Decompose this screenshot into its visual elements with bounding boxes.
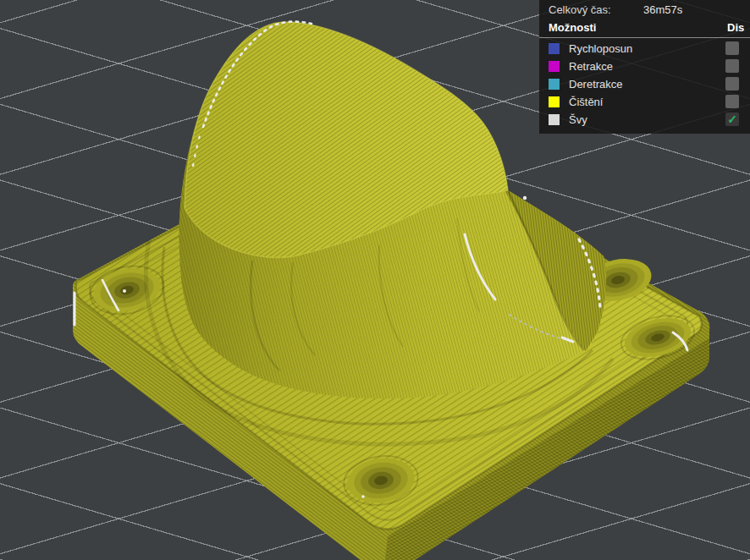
legend-label: Švy [569, 111, 587, 129]
gcode-preview-viewport[interactable]: Celkový čas: 36m57s Možnosti Dis Rychlop… [0, 0, 750, 560]
visibility-checkbox[interactable] [725, 41, 739, 55]
color-swatch [549, 61, 560, 72]
legend-item-rychloposun: Rychloposun [539, 40, 750, 58]
visibility-checkbox[interactable] [725, 77, 739, 91]
color-swatch [549, 43, 560, 54]
legend-label: Čištění [569, 93, 603, 111]
color-swatch [549, 96, 560, 107]
visibility-checkbox[interactable]: ✓ [725, 113, 739, 126]
total-time-row: Celkový čas: 36m57s [539, 1, 750, 19]
total-time-value: 36m57s [643, 1, 682, 19]
visibility-checkbox[interactable] [725, 59, 739, 73]
legend-label: Rychloposun [569, 40, 632, 58]
options-header: Možnosti [549, 19, 596, 36]
color-swatch [549, 114, 560, 125]
legend-item-svy: Švy ✓ [539, 111, 750, 129]
panel-divider [539, 37, 750, 38]
display-column-header: Dis [727, 19, 744, 36]
legend-item-retrakce: Retrakce [539, 58, 750, 75]
legend-label: Retrakce [569, 58, 613, 75]
legend-item-cisteni: Čištění [539, 93, 750, 111]
legend-panel: Celkový čas: 36m57s Možnosti Dis Rychlop… [539, 0, 750, 134]
legend-item-deretrakce: Deretrakce [539, 75, 750, 93]
legend-label: Deretrakce [569, 75, 623, 93]
visibility-checkbox[interactable] [725, 95, 739, 108]
total-time-label: Celkový čas: [549, 1, 611, 19]
color-swatch [549, 79, 560, 90]
options-header-row: Možnosti Dis [539, 19, 750, 36]
